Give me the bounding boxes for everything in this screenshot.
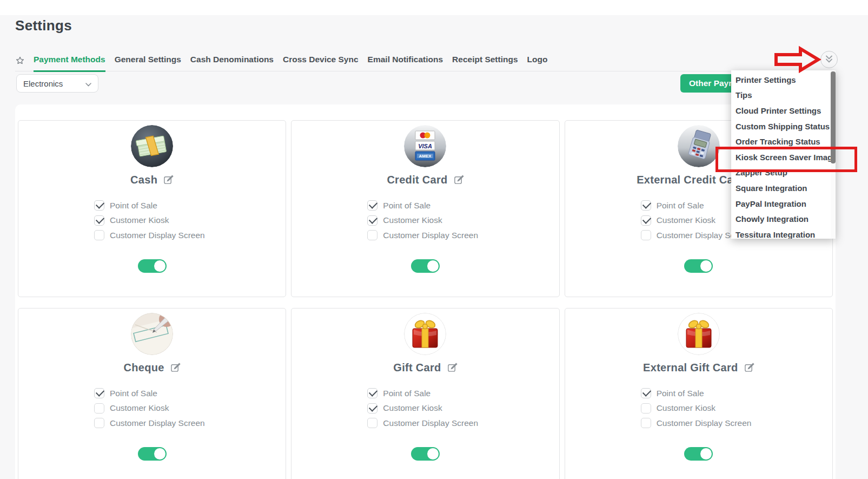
edit-icon[interactable] bbox=[163, 175, 174, 185]
option-label: Point of Sale bbox=[657, 389, 704, 398]
point-of-sale-checkbox[interactable] bbox=[641, 200, 651, 211]
menu-item-square-integration[interactable]: Square Integration bbox=[731, 180, 836, 196]
channel-options: Point of Sale Customer Kiosk Customer Di… bbox=[367, 198, 478, 243]
tab-email-notifications[interactable]: Email Notifications bbox=[368, 50, 443, 72]
menu-item-chowly-integration[interactable]: Chowly Integration bbox=[731, 211, 836, 227]
tab-receipt-settings[interactable]: Receipt Settings bbox=[452, 50, 518, 72]
payment-methods-panel: Cash Point of Sale Customer Kiosk Custom… bbox=[15, 104, 836, 479]
enable-toggle[interactable] bbox=[138, 259, 167, 273]
enable-toggle[interactable] bbox=[684, 447, 713, 461]
tab-logo[interactable]: Logo bbox=[527, 50, 548, 72]
payment-card-cash: Cash Point of Sale Customer Kiosk Custom… bbox=[18, 120, 286, 297]
card-title: External Credit Card bbox=[637, 174, 744, 186]
payment-card-external-gift-card: External Gift Card Point of Sale Custome… bbox=[565, 308, 833, 479]
channel-options: Point of Sale Customer Kiosk Customer Di… bbox=[94, 386, 205, 431]
menu-item-cloud-printer-settings[interactable]: Cloud Printer Settings bbox=[731, 103, 836, 119]
option-customer-display: Customer Display Screen bbox=[94, 228, 205, 243]
customer-display-checkbox[interactable] bbox=[641, 418, 651, 428]
settings-dropdown-menu: Printer Settings Tips Cloud Printer Sett… bbox=[731, 70, 836, 239]
point-of-sale-checkbox[interactable] bbox=[94, 200, 104, 211]
card-title: Gift Card bbox=[393, 362, 441, 374]
option-label: Customer Kiosk bbox=[110, 215, 169, 225]
customer-display-checkbox[interactable] bbox=[641, 230, 651, 240]
settings-menu-toggle[interactable] bbox=[820, 51, 838, 68]
option-label: Customer Display Screen bbox=[383, 231, 478, 240]
customer-display-checkbox[interactable] bbox=[94, 230, 104, 240]
option-customer-display: Customer Display Screen bbox=[94, 416, 205, 431]
tab-general-settings[interactable]: General Settings bbox=[115, 50, 181, 72]
point-of-sale-checkbox[interactable] bbox=[367, 388, 377, 398]
credit-card-icon: VISA AMEX bbox=[404, 125, 446, 167]
menu-item-order-tracking-status[interactable]: Order Tracking Status bbox=[731, 134, 836, 149]
gift-icon bbox=[404, 313, 446, 355]
tab-cash-denominations[interactable]: Cash Denominations bbox=[190, 50, 274, 72]
customer-kiosk-checkbox[interactable] bbox=[94, 215, 104, 226]
card-title: Cash bbox=[130, 174, 157, 186]
customer-display-checkbox[interactable] bbox=[94, 418, 104, 428]
category-select-value: Electronics bbox=[23, 79, 63, 88]
menu-item-custom-shipping-status[interactable]: Custom Shipping Status bbox=[731, 119, 836, 134]
payment-card-credit-card: VISA AMEX Credit Card Point of Sale bbox=[291, 120, 559, 297]
option-customer-kiosk: Customer Kiosk bbox=[367, 401, 478, 416]
option-label: Point of Sale bbox=[110, 389, 157, 398]
card-terminal-icon bbox=[678, 125, 720, 167]
edit-icon[interactable] bbox=[170, 363, 181, 373]
menu-item-paypal-integration[interactable]: PayPal Integration bbox=[731, 196, 836, 212]
tab-cross-device-sync[interactable]: Cross Device Sync bbox=[283, 50, 359, 72]
option-customer-display: Customer Display Screen bbox=[367, 228, 478, 243]
settings-tab-bar: Payment Methods General Settings Cash De… bbox=[15, 50, 836, 71]
edit-icon[interactable] bbox=[744, 363, 754, 373]
option-customer-kiosk: Customer Kiosk bbox=[94, 401, 205, 416]
customer-kiosk-checkbox[interactable] bbox=[367, 403, 377, 414]
edit-icon[interactable] bbox=[447, 363, 458, 373]
option-point-of-sale: Point of Sale bbox=[367, 386, 478, 401]
option-point-of-sale: Point of Sale bbox=[641, 386, 752, 401]
option-customer-kiosk: Customer Kiosk bbox=[641, 401, 752, 416]
point-of-sale-checkbox[interactable] bbox=[367, 200, 377, 211]
option-point-of-sale: Point of Sale bbox=[94, 386, 205, 401]
cash-icon bbox=[131, 125, 173, 167]
enable-toggle[interactable] bbox=[411, 447, 440, 461]
double-chevron-down-icon bbox=[824, 55, 834, 65]
payment-card-cheque: Cheque Point of Sale Customer Kiosk Cust… bbox=[18, 308, 286, 479]
svg-text:VISA: VISA bbox=[419, 143, 433, 149]
channel-options: Point of Sale Customer Kiosk Customer Di… bbox=[641, 386, 752, 431]
point-of-sale-checkbox[interactable] bbox=[94, 388, 104, 398]
card-title: External Gift Card bbox=[643, 362, 738, 374]
option-customer-display: Customer Display Screen bbox=[641, 416, 752, 431]
option-customer-display: Customer Display Screen bbox=[367, 416, 478, 431]
customer-display-checkbox[interactable] bbox=[367, 418, 377, 428]
menu-item-tessitura-integration[interactable]: Tessitura Integration bbox=[731, 227, 836, 239]
card-title: Credit Card bbox=[387, 174, 447, 186]
menu-item-kiosk-screen-saver-images[interactable]: Kiosk Screen Saver Images bbox=[731, 149, 836, 165]
customer-kiosk-checkbox[interactable] bbox=[641, 215, 651, 226]
card-title: Cheque bbox=[124, 362, 164, 374]
point-of-sale-checkbox[interactable] bbox=[641, 388, 651, 398]
menu-item-printer-settings[interactable]: Printer Settings bbox=[731, 72, 836, 88]
option-label: Customer Display Screen bbox=[110, 231, 205, 240]
menu-item-tips[interactable]: Tips bbox=[731, 88, 836, 103]
customer-kiosk-checkbox[interactable] bbox=[641, 403, 651, 414]
customer-kiosk-checkbox[interactable] bbox=[94, 403, 104, 414]
option-point-of-sale: Point of Sale bbox=[367, 198, 478, 213]
gift-icon bbox=[678, 313, 720, 355]
customer-display-checkbox[interactable] bbox=[367, 230, 377, 240]
option-label: Point of Sale bbox=[110, 201, 157, 211]
dropdown-scrollbar[interactable] bbox=[831, 70, 836, 239]
option-label: Customer Kiosk bbox=[383, 215, 442, 225]
category-select[interactable]: Electronics bbox=[16, 74, 98, 93]
option-label: Customer Display Screen bbox=[110, 418, 205, 428]
dropdown-scrollbar-thumb[interactable] bbox=[831, 71, 836, 163]
customer-kiosk-checkbox[interactable] bbox=[367, 215, 377, 226]
enable-toggle[interactable] bbox=[138, 447, 167, 461]
favorite-star-icon[interactable] bbox=[15, 50, 25, 71]
tab-payment-methods[interactable]: Payment Methods bbox=[34, 50, 105, 72]
menu-item-zapper-setup[interactable]: Zapper Setup bbox=[731, 165, 836, 181]
enable-toggle[interactable] bbox=[411, 259, 440, 273]
enable-toggle[interactable] bbox=[684, 259, 713, 273]
edit-icon[interactable] bbox=[454, 175, 464, 185]
option-label: Customer Kiosk bbox=[110, 403, 169, 413]
option-label: Customer Kiosk bbox=[383, 403, 442, 413]
option-label: Point of Sale bbox=[657, 201, 704, 211]
option-label: Customer Display Screen bbox=[657, 418, 752, 428]
